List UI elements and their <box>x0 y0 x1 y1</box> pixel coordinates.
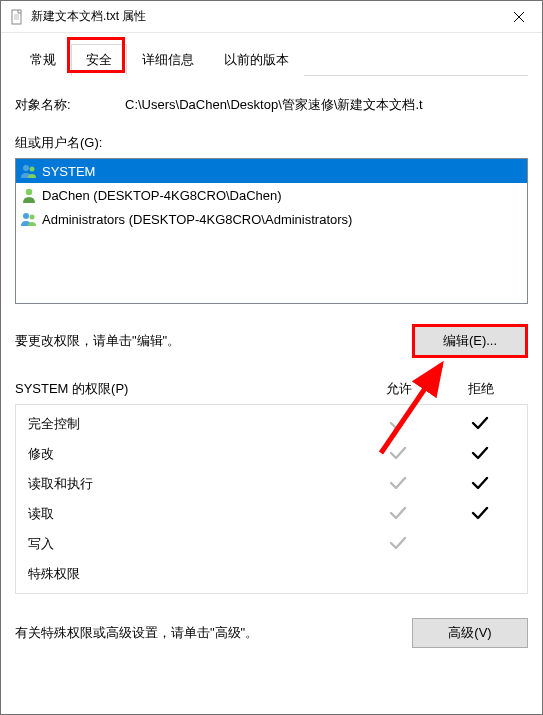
check-icon <box>471 416 489 433</box>
permission-row: 完全控制 <box>28 409 521 439</box>
permission-name: 修改 <box>28 445 357 463</box>
svg-point-6 <box>26 189 32 195</box>
deny-cell <box>439 416 521 433</box>
check-icon <box>471 506 489 523</box>
tab-strip: 常规 安全 详细信息 以前的版本 <box>15 43 528 76</box>
group-icon <box>20 162 38 180</box>
tab-details[interactable]: 详细信息 <box>127 44 209 76</box>
advanced-hint: 有关特殊权限或高级设置，请单击"高级"。 <box>15 624 412 642</box>
groups-label: 组或用户名(G): <box>15 134 528 152</box>
permission-name: 特殊权限 <box>28 565 357 583</box>
check-icon <box>389 536 407 553</box>
allow-cell <box>357 506 439 523</box>
permissions-header-label: SYSTEM 的权限(P) <box>15 380 358 398</box>
edit-button[interactable]: 编辑(E)... <box>412 324 528 358</box>
tab-previous[interactable]: 以前的版本 <box>209 44 304 76</box>
list-item-label: SYSTEM <box>42 164 95 179</box>
check-icon <box>471 446 489 463</box>
allow-cell <box>357 536 439 553</box>
close-button[interactable] <box>496 1 542 33</box>
groups-listbox[interactable]: SYSTEMDaChen (DESKTOP-4KG8CRO\DaChen)Adm… <box>15 158 528 304</box>
file-icon <box>9 9 25 25</box>
user-icon <box>20 186 38 204</box>
permission-row: 修改 <box>28 439 521 469</box>
permission-name: 读取和执行 <box>28 475 357 493</box>
content-area: 常规 安全 详细信息 以前的版本 对象名称: C:\Users\DaChen\D… <box>1 33 542 714</box>
check-icon <box>389 506 407 523</box>
allow-cell <box>357 446 439 463</box>
svg-point-5 <box>30 167 35 172</box>
permission-name: 读取 <box>28 505 357 523</box>
allow-cell <box>357 476 439 493</box>
check-icon <box>389 476 407 493</box>
permission-row: 特殊权限 <box>28 559 521 589</box>
permission-name: 写入 <box>28 535 357 553</box>
advanced-row: 有关特殊权限或高级设置，请单击"高级"。 高级(V) <box>15 618 528 648</box>
tab-general[interactable]: 常规 <box>15 44 71 76</box>
object-name-row: 对象名称: C:\Users\DaChen\Desktop\管家速修\新建文本文… <box>15 96 528 114</box>
window-title: 新建文本文档.txt 属性 <box>31 8 496 25</box>
permissions-header: SYSTEM 的权限(P) 允许 拒绝 <box>15 380 528 398</box>
permissions-table: 完全控制修改读取和执行读取写入特殊权限 <box>15 404 528 594</box>
svg-point-4 <box>23 165 29 171</box>
list-item-label: Administrators (DESKTOP-4KG8CRO\Administ… <box>42 212 352 227</box>
svg-point-7 <box>23 213 29 219</box>
list-item[interactable]: Administrators (DESKTOP-4KG8CRO\Administ… <box>16 207 527 231</box>
edit-hint: 要更改权限，请单击"编辑"。 <box>15 332 412 350</box>
tab-security[interactable]: 安全 <box>71 44 127 76</box>
permission-row: 写入 <box>28 529 521 559</box>
check-icon <box>389 446 407 463</box>
allow-header: 允许 <box>358 380 440 398</box>
object-name-value: C:\Users\DaChen\Desktop\管家速修\新建文本文档.t <box>125 96 528 114</box>
deny-cell <box>439 446 521 463</box>
group-icon <box>20 210 38 228</box>
permission-row: 读取 <box>28 499 521 529</box>
deny-header: 拒绝 <box>440 380 522 398</box>
edit-row: 要更改权限，请单击"编辑"。 编辑(E)... <box>15 324 528 358</box>
list-item-label: DaChen (DESKTOP-4KG8CRO\DaChen) <box>42 188 282 203</box>
svg-point-8 <box>30 215 35 220</box>
deny-cell <box>439 476 521 493</box>
check-icon <box>389 416 407 433</box>
advanced-button[interactable]: 高级(V) <box>412 618 528 648</box>
properties-dialog: 新建文本文档.txt 属性 常规 安全 详细信息 以前的版本 对象名称: C:\… <box>0 0 543 715</box>
permission-name: 完全控制 <box>28 415 357 433</box>
permission-row: 读取和执行 <box>28 469 521 499</box>
titlebar: 新建文本文档.txt 属性 <box>1 1 542 33</box>
deny-cell <box>439 506 521 523</box>
object-name-label: 对象名称: <box>15 96 125 114</box>
list-item[interactable]: SYSTEM <box>16 159 527 183</box>
check-icon <box>471 476 489 493</box>
list-item[interactable]: DaChen (DESKTOP-4KG8CRO\DaChen) <box>16 183 527 207</box>
allow-cell <box>357 416 439 433</box>
